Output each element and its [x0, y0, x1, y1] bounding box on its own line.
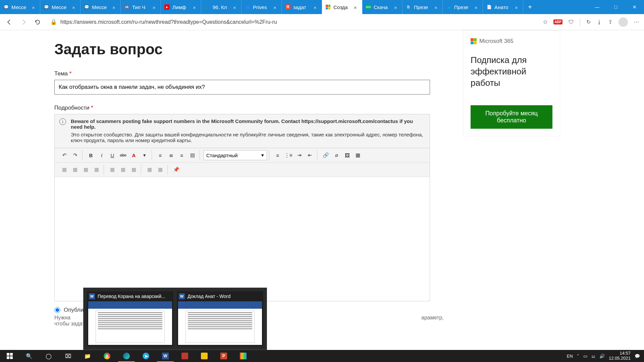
shield-icon[interactable]: 🛡	[569, 19, 574, 25]
editor-body[interactable]	[55, 177, 430, 301]
bold-button[interactable]: B	[86, 150, 96, 160]
tab-1[interactable]: 💬Мессе×	[40, 0, 80, 14]
search-button[interactable]: 🔍	[19, 350, 39, 362]
start-button[interactable]	[0, 350, 19, 362]
powerpoint-button[interactable]: P	[214, 350, 233, 362]
tab-6[interactable]: ▦Prives×	[241, 0, 282, 14]
cortana-button[interactable]: ◯	[39, 350, 58, 362]
close-icon[interactable]: ×	[193, 5, 198, 9]
close-icon[interactable]: ×	[314, 5, 318, 9]
forward-button[interactable]	[19, 17, 28, 27]
action-center-icon[interactable]: 💬	[635, 354, 640, 359]
network-icon[interactable]: ⚍	[591, 354, 595, 359]
edge-button[interactable]	[117, 350, 136, 362]
tab-9[interactable]: 900Скача×	[362, 0, 402, 14]
close-icon[interactable]: ×	[153, 5, 157, 9]
clear-format-button[interactable]: 📌	[171, 165, 181, 175]
close-icon[interactable]: ×	[475, 5, 479, 9]
table-split-v-button[interactable]: ▦	[155, 165, 165, 175]
align-right-button[interactable]: ≡	[177, 150, 187, 160]
favorite-icon[interactable]: ✩	[543, 19, 547, 25]
window-minimize-button[interactable]: —	[588, 0, 606, 14]
align-center-button[interactable]: ≣	[166, 150, 176, 160]
url-box[interactable]: 🔒 https://answers.microsoft.com/ru-ru/ne…	[47, 16, 538, 28]
table-merge-button[interactable]: ▦	[92, 165, 102, 175]
preview-card-1[interactable]: WДоклад Анат - Word	[177, 291, 263, 346]
close-icon[interactable]: ×	[354, 5, 359, 9]
close-icon[interactable]: ×	[515, 5, 520, 9]
window-close-button[interactable]: ✕	[625, 0, 644, 14]
table-button[interactable]: ▦	[353, 150, 363, 160]
tab-11[interactable]: ☁Презе×	[443, 0, 483, 14]
volume-icon[interactable]: 🔊	[599, 354, 605, 359]
profile-avatar[interactable]	[619, 17, 628, 27]
close-icon[interactable]: ×	[233, 5, 238, 9]
publish-radio[interactable]	[54, 307, 60, 313]
image-button[interactable]: 🖼	[342, 150, 352, 160]
tab-3[interactable]: vkТип Ч×	[121, 0, 161, 14]
app-button-1[interactable]	[175, 350, 195, 362]
align-justify-button[interactable]: ▤	[187, 150, 198, 160]
word-button[interactable]: W	[156, 350, 175, 362]
table-row-button[interactable]: ▦	[59, 165, 69, 175]
chrome-button[interactable]	[97, 350, 117, 362]
task-view-button[interactable]: ⌧	[58, 350, 78, 362]
close-icon[interactable]: ×	[112, 5, 117, 9]
close-icon[interactable]: ×	[434, 5, 439, 9]
telegram-button[interactable]: ➤	[136, 350, 156, 362]
preview-card-0[interactable]: WПеревод Корана на аварский...	[87, 291, 173, 346]
bullet-list-button[interactable]: ⋮≡	[283, 150, 293, 160]
numbered-list-button[interactable]: ≡	[273, 150, 283, 160]
battery-icon[interactable]: ▭	[583, 354, 587, 359]
table-insert-col-button[interactable]: ▦	[118, 165, 128, 175]
table-col-button[interactable]: ▦	[70, 165, 80, 175]
tab-12[interactable]: 📄Анато×	[483, 0, 523, 14]
link-button[interactable]: 🔗	[321, 150, 331, 160]
explorer-button[interactable]: 📁	[78, 350, 97, 362]
table-cell-button[interactable]: ▦	[81, 165, 91, 175]
font-color-dropdown[interactable]: ▾	[140, 150, 150, 160]
tray-chevron-icon[interactable]: ˄	[577, 354, 579, 359]
tab-7[interactable]: Язадат×	[282, 0, 322, 14]
window-maximize-button[interactable]: □	[606, 0, 625, 14]
table-delete-button[interactable]: ▦	[129, 165, 139, 175]
paragraph-style-select[interactable]: Стандартный ▾	[203, 150, 267, 160]
subject-input[interactable]	[54, 80, 430, 95]
language-indicator[interactable]: EN	[567, 354, 573, 359]
table-split-h-button[interactable]: ▦	[145, 165, 155, 175]
promo-cta-button[interactable]: Попробуйте месяц бесплатно	[471, 105, 552, 129]
history-icon[interactable]: ↻	[586, 19, 591, 25]
undo-button[interactable]: ↶	[59, 150, 69, 160]
adblock-icon[interactable]: ABP	[553, 19, 562, 24]
tab-2[interactable]: 💬Мессе×	[80, 0, 121, 14]
tab-10[interactable]: 🗎Презе×	[402, 0, 443, 14]
tab-5[interactable]: S96. Кл×	[201, 0, 241, 14]
share-icon[interactable]: ⇪	[608, 19, 612, 25]
app-button-2[interactable]	[195, 350, 214, 362]
align-left-button[interactable]: ≡	[155, 150, 165, 160]
refresh-button[interactable]	[33, 17, 42, 27]
close-icon[interactable]: ×	[273, 5, 278, 9]
app-button-3[interactable]	[233, 350, 253, 362]
more-icon[interactable]: ⋯	[634, 19, 639, 25]
close-icon[interactable]: ×	[32, 5, 37, 9]
clock[interactable]: 14:57 12.05.2021	[609, 351, 631, 361]
downloads-icon[interactable]: ⭳	[597, 19, 602, 25]
tab-0[interactable]: 💬Мессе×	[0, 0, 40, 14]
new-tab-button[interactable]: +	[523, 0, 537, 14]
table-insert-row-button[interactable]: ▦	[107, 165, 117, 175]
italic-button[interactable]: I	[97, 150, 107, 160]
tab-8[interactable]: Созда×	[322, 0, 362, 14]
font-color-button[interactable]: A	[129, 150, 139, 160]
tab-4[interactable]: ▸Лимф×	[161, 0, 201, 14]
underline-button[interactable]: U	[107, 150, 117, 160]
outdent-button[interactable]: ⇤	[305, 150, 315, 160]
unlink-button[interactable]: ⌀	[331, 150, 341, 160]
back-button[interactable]	[5, 17, 14, 27]
preview-thumb	[88, 301, 172, 345]
strike-button[interactable]: abc	[118, 150, 128, 160]
close-icon[interactable]: ×	[394, 5, 399, 9]
redo-button[interactable]: ↷	[70, 150, 80, 160]
close-icon[interactable]: ×	[72, 5, 77, 9]
indent-button[interactable]: ⇥	[294, 150, 304, 160]
